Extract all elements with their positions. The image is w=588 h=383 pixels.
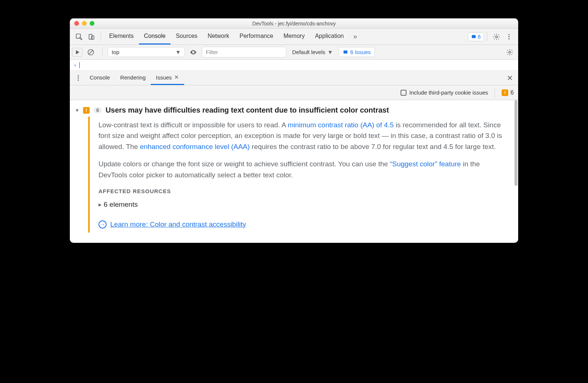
issue-count: 6 — [478, 34, 481, 40]
tab-label: Elements — [109, 33, 134, 39]
console-settings-gear-icon[interactable] — [503, 46, 516, 58]
external-link-icon: → — [98, 220, 107, 228]
tab-label: Network — [208, 33, 229, 39]
prompt-chevron-icon: › — [74, 62, 76, 68]
svg-point-11 — [78, 75, 79, 76]
affected-resources-heading: AFFECTED RESOURCES — [98, 187, 506, 195]
tab-application[interactable]: Application — [310, 29, 349, 45]
kebab-menu-icon[interactable] — [503, 31, 515, 43]
context-selector[interactable]: top ▼ — [108, 47, 185, 57]
settings-gear-icon[interactable] — [490, 31, 503, 43]
inspect-element-icon[interactable] — [73, 31, 85, 43]
tab-label: Memory — [283, 33, 305, 39]
scroll-thumb[interactable] — [514, 100, 517, 186]
svg-point-13 — [78, 79, 79, 81]
live-expression-eye-icon[interactable] — [187, 46, 200, 58]
issue-header[interactable]: ▼ ! 6 Users may have difficulties readin… — [75, 104, 513, 117]
contrast-aaa-link[interactable]: enhanced conformance level (AAA) — [140, 143, 250, 150]
issues-panel: ▼ ! 6 Users may have difficulties readin… — [70, 100, 518, 243]
issue-body: Low-contrast text is difficult or imposs… — [88, 117, 513, 233]
chevron-down-icon: ▼ — [327, 49, 333, 55]
text: Update colors or change the font size or… — [98, 160, 390, 168]
tabbar-right: 6 — [468, 31, 515, 43]
context-label: top — [112, 49, 119, 55]
execute-icon[interactable] — [72, 48, 82, 57]
drawer-tab-console[interactable]: Console — [85, 71, 115, 85]
svg-rect-3 — [472, 35, 476, 38]
separator — [495, 88, 495, 97]
affected-elements-row[interactable]: ▶ 6 elements — [98, 199, 506, 210]
warning-icon: ! — [502, 89, 508, 96]
separator — [102, 47, 103, 57]
open-issues-badge[interactable]: 6 — [468, 32, 484, 41]
tab-label: Sources — [176, 33, 197, 39]
chevron-down-icon: ▼ — [175, 49, 181, 55]
svg-point-7 — [508, 38, 509, 39]
svg-point-4 — [496, 36, 498, 38]
tab-network[interactable]: Network — [202, 29, 234, 45]
svg-point-6 — [508, 36, 509, 37]
issues-link[interactable]: 6 Issues — [339, 47, 375, 57]
tab-label: Issues — [156, 74, 172, 81]
zoom-window-button[interactable] — [90, 21, 94, 26]
learn-more-link[interactable]: Learn more: Color and contrast accessibi… — [110, 219, 246, 230]
issues-toolbar: Include third-party cookie issues ! 6 — [70, 85, 518, 100]
separator — [487, 32, 487, 42]
tab-performance[interactable]: Performance — [234, 29, 279, 45]
clear-console-icon[interactable] — [85, 46, 97, 58]
suggest-color-link[interactable]: “Suggest color” feature — [390, 160, 461, 168]
badge-count: 6 — [510, 89, 514, 96]
text: Low-contrast text is difficult or imposs… — [98, 121, 288, 129]
tab-label: Console — [144, 33, 166, 39]
close-window-button[interactable] — [74, 21, 79, 26]
main-tabbar: Elements Console Sources Network Perform… — [70, 29, 518, 45]
log-levels-selector[interactable]: Default levels ▼ — [288, 47, 337, 57]
issue-count-pill: 6 — [93, 107, 102, 113]
expand-triangle-icon: ▶ — [98, 202, 101, 208]
drawer-tabs: Console Rendering Issues ✕ — [85, 71, 184, 85]
close-tab-icon[interactable]: ✕ — [174, 74, 179, 81]
levels-label: Default levels — [292, 49, 325, 55]
drawer-tab-rendering[interactable]: Rendering — [115, 71, 151, 85]
drawer-tabbar: Console Rendering Issues ✕ ✕ — [70, 71, 518, 85]
console-prompt[interactable]: › — [70, 60, 518, 71]
tab-elements[interactable]: Elements — [104, 29, 139, 45]
svg-point-12 — [78, 77, 79, 78]
checkbox-icon — [401, 90, 406, 96]
titlebar: DevTools - jec.fyi/demo/cds-anchovy — [70, 18, 518, 29]
main-tabs: Elements Console Sources Network Perform… — [104, 29, 349, 45]
drawer-tab-issues[interactable]: Issues ✕ — [151, 71, 184, 85]
contrast-aa-link[interactable]: minimum contrast ratio (AA) of 4.5 — [288, 121, 394, 129]
filter-input[interactable] — [202, 47, 286, 57]
issues-count-badge: ! 6 — [502, 89, 514, 96]
traffic-lights — [70, 21, 94, 26]
separator — [101, 32, 101, 42]
devtools-window: DevTools - jec.fyi/demo/cds-anchovy Elem… — [70, 18, 518, 243]
scrollbar[interactable] — [514, 100, 517, 243]
svg-point-10 — [509, 51, 511, 53]
issues-link-label: 6 Issues — [350, 49, 371, 55]
tab-console[interactable]: Console — [139, 29, 171, 45]
include-third-party-checkbox[interactable]: Include third-party cookie issues — [401, 89, 488, 96]
tab-memory[interactable]: Memory — [278, 29, 310, 45]
tab-label: Performance — [240, 33, 273, 39]
drawer-kebab-icon[interactable] — [72, 72, 85, 84]
checkbox-label: Include third-party cookie issues — [409, 89, 488, 96]
warning-icon: ! — [83, 107, 90, 114]
learn-more-row: → Learn more: Color and contrast accessi… — [98, 219, 506, 230]
text-cursor — [79, 62, 80, 68]
device-toolbar-icon[interactable] — [85, 31, 98, 43]
collapse-triangle-icon[interactable]: ▼ — [75, 108, 79, 113]
minimize-window-button[interactable] — [82, 21, 87, 26]
tab-sources[interactable]: Sources — [171, 29, 202, 45]
window-title: DevTools - jec.fyi/demo/cds-anchovy — [70, 21, 518, 26]
issue-paragraph: Update colors or change the font size or… — [98, 159, 506, 180]
affected-count-label: 6 elements — [104, 199, 138, 210]
more-tabs-icon[interactable]: » — [349, 31, 361, 43]
tab-label: Application — [315, 33, 344, 39]
console-toolbar: top ▼ Default levels ▼ 6 Issues — [70, 45, 518, 60]
close-drawer-icon[interactable]: ✕ — [503, 72, 516, 84]
tab-label: Console — [90, 74, 110, 81]
issue-title: Users may have difficulties reading text… — [105, 106, 389, 114]
issue-paragraph: Low-contrast text is difficult or imposs… — [98, 120, 506, 152]
